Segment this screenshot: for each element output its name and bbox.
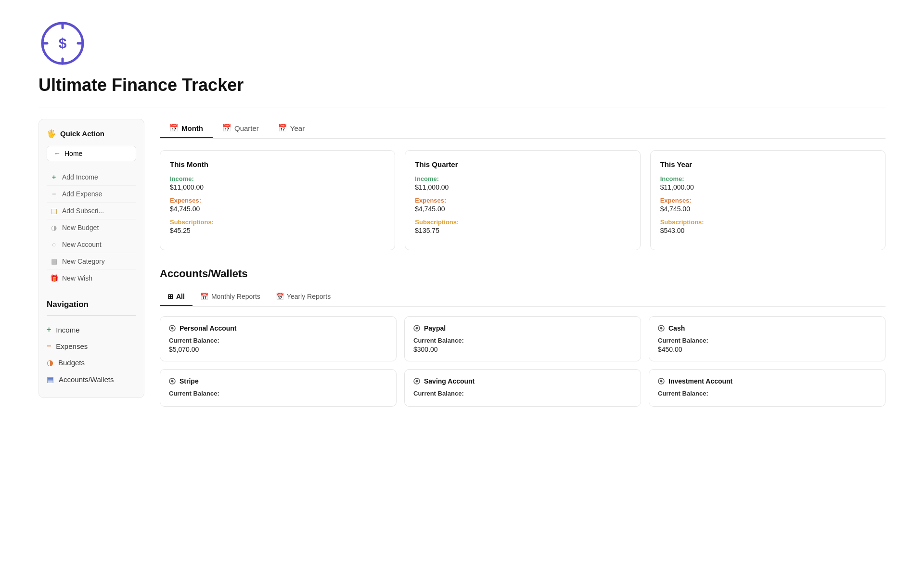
add-income-action[interactable]: + Add Income — [47, 169, 136, 186]
nav-expenses-label: Expenses — [56, 342, 88, 350]
main-layout: 🖐 Quick Action ← Home + Add Income − Add… — [38, 119, 886, 407]
stripe-account-icon — [169, 378, 176, 385]
accounts-tab-all[interactable]: ⊞ All — [160, 288, 192, 306]
summary-cards-row: This Month Income: $11,000.00 Expenses: … — [160, 150, 886, 250]
monthly-reports-tab-icon: 📅 — [200, 293, 208, 300]
tab-month[interactable]: 📅 Month — [160, 119, 213, 138]
quarter-income-label: Income: — [415, 175, 630, 182]
accounts-grid: Personal Account Current Balance: $5,070… — [160, 316, 886, 407]
home-button[interactable]: ← Home — [47, 146, 136, 161]
this-quarter-card: This Quarter Income: $11,000.00 Expenses… — [405, 150, 640, 250]
svg-point-15 — [416, 380, 418, 383]
new-wish-label: New Wish — [62, 274, 92, 282]
new-budget-label: New Budget — [62, 224, 99, 231]
new-account-label: New Account — [62, 241, 102, 248]
yearly-reports-tab-icon: 📅 — [276, 293, 284, 300]
main-divider — [38, 107, 886, 107]
paypal-balance-value: $300.00 — [413, 346, 632, 353]
svg-point-17 — [660, 380, 663, 383]
quarter-tab-icon: 📅 — [222, 124, 231, 132]
month-tab-label: Month — [181, 124, 203, 132]
tab-quarter[interactable]: 📅 Quarter — [213, 119, 269, 138]
app-title: Ultimate Finance Tracker — [38, 75, 244, 95]
account-card-stripe: Stripe Current Balance: — [160, 369, 397, 407]
finance-tracker-icon: $ — [38, 19, 87, 67]
year-expense-value: $4,745.00 — [660, 205, 875, 213]
add-expense-action[interactable]: − Add Expense — [47, 186, 136, 203]
quarter-expense-value: $4,745.00 — [415, 205, 630, 213]
tab-year[interactable]: 📅 Year — [269, 119, 314, 138]
account-card-investment: Investment Account Current Balance: — [649, 369, 886, 407]
logo-area: $ Ultimate Finance Tracker — [38, 19, 886, 95]
home-arrow-icon: ← — [54, 150, 61, 157]
account-card-cash: Cash Current Balance: $450.00 — [649, 316, 886, 361]
accounts-tabs: ⊞ All 📅 Monthly Reports 📅 Yearly Reports — [160, 288, 886, 307]
year-subscription-value: $543.00 — [660, 227, 875, 234]
quarter-subscription-value: $135.75 — [415, 227, 630, 234]
home-label: Home — [64, 150, 82, 157]
svg-point-13 — [171, 380, 174, 383]
month-subscription-label: Subscriptions: — [170, 218, 385, 226]
add-income-icon: + — [50, 173, 58, 181]
nav-budgets-label: Budgets — [58, 359, 85, 367]
svg-point-9 — [416, 327, 418, 330]
month-income-value: $11,000.00 — [170, 183, 385, 191]
new-wish-icon: 🎁 — [50, 274, 58, 282]
nav-item-budgets[interactable]: ◑ Budgets — [47, 354, 136, 371]
expenses-icon: − — [47, 342, 51, 350]
new-category-icon: ▤ — [50, 257, 58, 265]
all-tab-label: All — [176, 293, 185, 300]
this-year-title: This Year — [660, 160, 875, 168]
year-income-label: Income: — [660, 175, 875, 182]
sidebar-actions: + Add Income − Add Expense ▤ Add Subscri… — [47, 169, 136, 286]
add-expense-label: Add Expense — [62, 190, 102, 198]
svg-text:$: $ — [59, 35, 67, 51]
paypal-account-name: Paypal — [413, 324, 632, 332]
paypal-account-icon — [413, 325, 420, 332]
income-icon: + — [47, 325, 51, 334]
saving-account-icon — [413, 378, 420, 385]
cash-balance-label: Current Balance: — [658, 337, 876, 344]
nav-item-expenses[interactable]: − Expenses — [47, 338, 136, 354]
account-card-saving: Saving Account Current Balance: — [404, 369, 641, 407]
month-tab-icon: 📅 — [169, 124, 179, 132]
this-year-card: This Year Income: $11,000.00 Expenses: $… — [650, 150, 886, 250]
nav-item-accounts[interactable]: ▤ Accounts/Wallets — [47, 371, 136, 388]
cash-account-icon — [658, 325, 665, 332]
year-income-value: $11,000.00 — [660, 183, 875, 191]
main-content: 📅 Month 📅 Quarter 📅 Year This Month Inco… — [160, 119, 886, 407]
year-tab-label: Year — [290, 124, 305, 132]
new-account-action[interactable]: ○ New Account — [47, 236, 136, 253]
svg-point-11 — [660, 327, 663, 330]
add-subscription-action[interactable]: ▤ Add Subscri... — [47, 203, 136, 219]
saving-account-name: Saving Account — [413, 377, 632, 385]
quick-action-header: 🖐 Quick Action — [47, 129, 136, 138]
personal-balance-label: Current Balance: — [169, 337, 387, 344]
account-card-paypal: Paypal Current Balance: $300.00 — [404, 316, 641, 361]
nav-title: Navigation — [47, 300, 136, 309]
stripe-account-name: Stripe — [169, 377, 387, 385]
stripe-balance-label: Current Balance: — [169, 390, 387, 397]
sidebar: 🖐 Quick Action ← Home + Add Income − Add… — [38, 119, 144, 398]
investment-account-icon — [658, 378, 665, 385]
new-category-action[interactable]: ▤ New Category — [47, 253, 136, 270]
quick-action-label: Quick Action — [60, 129, 104, 138]
budgets-icon: ◑ — [47, 358, 53, 367]
new-budget-action[interactable]: ◑ New Budget — [47, 219, 136, 236]
quarter-tab-label: Quarter — [234, 124, 259, 132]
nav-income-label: Income — [56, 326, 79, 334]
accounts-tab-yearly[interactable]: 📅 Yearly Reports — [268, 288, 338, 306]
nav-item-income[interactable]: + Income — [47, 321, 136, 338]
personal-account-name: Personal Account — [169, 324, 387, 332]
new-category-label: New Category — [62, 257, 105, 265]
accounts-icon: ▤ — [47, 375, 54, 384]
svg-point-7 — [171, 327, 174, 330]
cash-balance-value: $450.00 — [658, 346, 876, 353]
this-month-title: This Month — [170, 160, 385, 168]
account-card-personal: Personal Account Current Balance: $5,070… — [160, 316, 397, 361]
accounts-tab-monthly[interactable]: 📅 Monthly Reports — [192, 288, 268, 306]
new-wish-action[interactable]: 🎁 New Wish — [47, 270, 136, 286]
month-subscription-value: $45.25 — [170, 227, 385, 234]
paypal-balance-label: Current Balance: — [413, 337, 632, 344]
navigation-section: Navigation + Income − Expenses ◑ Budgets… — [47, 300, 136, 388]
